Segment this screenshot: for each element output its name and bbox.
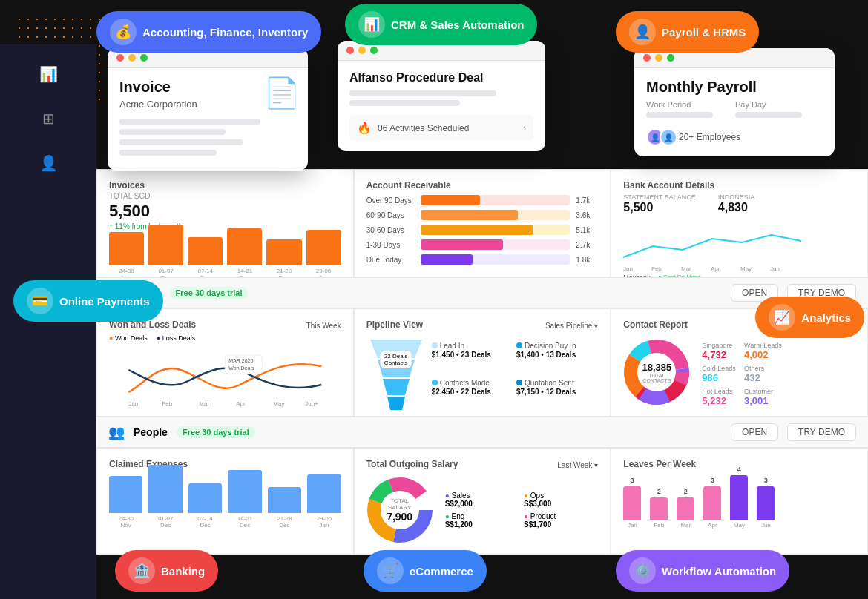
crm-bar-2 <box>349 100 460 106</box>
invoice-line-4 <box>119 150 217 156</box>
payroll-payday-bar <box>735 112 802 118</box>
chevron-down-salary: ▾ <box>594 461 598 469</box>
stat-hot: Hot Leads 5,232 <box>702 388 740 406</box>
badge-crm[interactable]: 📊 CRM & Sales Automation <box>345 4 537 45</box>
invoices-chart: 24-30Nov 01-07Dec 07-14Dec 14-21Dec 21-2… <box>109 236 341 277</box>
salary-period[interactable]: Last Week ▾ <box>557 459 598 471</box>
invoice-doc-icon: 📄 <box>263 76 300 110</box>
pipeline-dot-1: Lead In <box>432 342 513 350</box>
workflow-icon: ⚙️ <box>629 557 656 584</box>
leaves-card: Leaves Per Week 3 Jan 2 Feb 2 Mar 3 Apr <box>611 448 868 555</box>
people-header: 👥 People Free 30 days trial OPEN TRY DEM… <box>96 417 868 448</box>
h-bar-track-5 <box>421 254 571 265</box>
sidebar-icon-chart[interactable]: 📊 <box>33 59 63 89</box>
leaves-fill-jan <box>623 486 641 520</box>
sales-trial: Free 30 days trial <box>170 287 249 299</box>
badge-workflow[interactable]: ⚙️ Workflow Automation <box>616 550 789 592</box>
sales-header: 📊 Sales Free 30 days trial OPEN TRY DEMO <box>96 277 868 308</box>
dot-green <box>140 54 148 62</box>
bar-5: 21-28Dec <box>266 239 301 277</box>
dot-green-payroll <box>667 54 674 62</box>
salary-item-sales: ● Sales S$2,000 <box>445 492 519 508</box>
expenses-card: Claimed Expenses 24-30Nov 01-07Dec 07-14… <box>96 448 354 555</box>
accounting-icon: 💰 <box>110 19 137 45</box>
statement-num: 5,500 <box>623 201 696 214</box>
stat-singapore: Singapore 4,732 <box>702 342 740 360</box>
pipeline-item-1: Lead In $1,450 • 23 Deals <box>432 342 513 376</box>
badge-ecommerce[interactable]: 🛒 eCommerce <box>364 550 487 592</box>
pipeline-card: Pipeline View Sales Pipeline ▾ 22 DealsC… <box>354 308 611 417</box>
bank-card: Bank Account Details STATEMENT BALANCE 5… <box>611 169 868 277</box>
sidebar: 📊 ⊞ 👤 <box>0 44 96 599</box>
salary-header: Total Outgoing Salary Last Week ▾ <box>366 459 599 471</box>
salary-item-product: ● Product S$1,700 <box>524 512 598 529</box>
svg-text:Jan: Jan <box>623 265 633 272</box>
indonesia-label: INDONESIA <box>718 193 755 201</box>
badge-banking-label: Banking <box>161 565 205 578</box>
pipeline-dot-4: Quotation Sent <box>516 379 598 387</box>
bank-tag-2: ● Cost On Hand <box>658 274 701 277</box>
people-section-icon: 👥 <box>108 424 125 440</box>
contact-total-label: TOTAL CONTACTS <box>640 372 674 383</box>
h-bar-fill-1 <box>421 195 481 205</box>
people-demo-button[interactable]: TRY DEMO <box>787 423 856 441</box>
sidebar-icon-user[interactable]: 👤 <box>33 148 63 178</box>
receivable-title: Account Receivable <box>366 180 599 191</box>
salary-donut: TOTAL SALARY 7,900 <box>366 477 433 543</box>
leaves-chart: 3 Jan 2 Feb 2 Mar 3 Apr 4 M <box>623 477 855 529</box>
bar-fill-2 <box>148 225 183 265</box>
badge-accounting-label: Accounting, Finance, Inventory <box>142 26 308 39</box>
leaves-fill-feb <box>650 497 668 520</box>
pipeline-selector[interactable]: Sales Pipeline ▾ <box>545 322 598 330</box>
people-title: People <box>134 426 168 438</box>
people-open-button[interactable]: OPEN <box>731 423 778 441</box>
contact-total: 18,385 <box>640 361 674 372</box>
h-bar-row-4: 1-30 Days 2.7k <box>366 239 599 250</box>
contact-title: Contact Report <box>623 320 688 330</box>
exp-bar-5: 21-28Dec <box>268 487 301 529</box>
invoice-line-3 <box>119 139 243 145</box>
badge-payments-label: Online Payments <box>59 295 150 308</box>
exp-bar-1: 24-30Nov <box>109 476 142 529</box>
badge-analytics[interactable]: 📈 Analytics <box>755 297 864 338</box>
pipeline-dot-3: Contacts Made <box>432 379 513 387</box>
svg-text:MAR 2020: MAR 2020 <box>228 358 253 363</box>
badge-payments[interactable]: 💳 Online Payments <box>13 280 163 322</box>
payroll-period-bar <box>646 112 713 118</box>
exp-bar-6: 29-06Jan <box>307 474 341 529</box>
donut-chart: 18,385 TOTAL CONTACTS <box>623 339 690 406</box>
badge-banking[interactable]: 🏦 Banking <box>115 550 218 592</box>
badge-payroll[interactable]: 👤 Payroll & HRMS <box>616 11 759 53</box>
badge-payroll-label: Payroll & HRMS <box>662 26 746 39</box>
h-bar-row-5: Due Today 1.8k <box>366 254 599 265</box>
leaves-fill-jun <box>757 486 775 520</box>
pipeline-header: Pipeline View Sales Pipeline ▾ <box>366 320 599 331</box>
chevron-right-icon: › <box>523 123 526 133</box>
svg-text:Jun: Jun <box>770 265 780 272</box>
receivable-card: Account Receivable Over 90 Days 1.7k 60-… <box>354 169 611 277</box>
salary-total: 7,900 <box>383 511 416 523</box>
salary-center: TOTAL SALARY 7,900 <box>383 497 416 523</box>
sidebar-icon-grid[interactable]: ⊞ <box>33 104 63 133</box>
exp-fill-4 <box>228 470 261 513</box>
analytics-icon: 📈 <box>769 304 795 331</box>
salary-total-label: TOTAL SALARY <box>383 497 416 511</box>
pipeline-content: 22 DealsContacts Lead In $1,450 • 23 Dea… <box>366 336 599 413</box>
pipeline-val-3: $2,450 • 22 Deals <box>432 388 513 396</box>
svg-text:Feb: Feb <box>162 400 172 407</box>
donut-container: 18,385 TOTAL CONTACTS Singapore 4,732 Wa… <box>623 337 855 406</box>
h-bar-track-2 <box>421 210 571 220</box>
leaves-bar-jan: 3 Jan <box>623 477 641 529</box>
pipeline-badge: 22 DealsContacts <box>380 351 412 368</box>
salary-items: ● Sales S$2,000 ● Ops S$3,000 ● Eng S$1,… <box>445 492 599 529</box>
invoice-line-1 <box>119 119 260 125</box>
invoices-label: TOTAL SGD <box>109 192 341 200</box>
h-bar-row-3: 30-60 Days 5.1k <box>366 225 599 235</box>
won-loss-svg: MAR 2020 Won Deals Jan Feb Mar Apr May J… <box>109 348 341 407</box>
funnel-visual: 22 DealsContacts <box>366 336 426 413</box>
bank-chart: Jan Feb Mar Apr May Jun <box>623 220 855 272</box>
dot-red-payroll <box>643 54 651 62</box>
pipeline-val-2: $1,400 • 13 Deals <box>516 351 598 359</box>
invoice-window: Invoice Acme Corporation 📄 <box>108 48 308 171</box>
badge-accounting[interactable]: 💰 Accounting, Finance, Inventory <box>96 11 321 53</box>
